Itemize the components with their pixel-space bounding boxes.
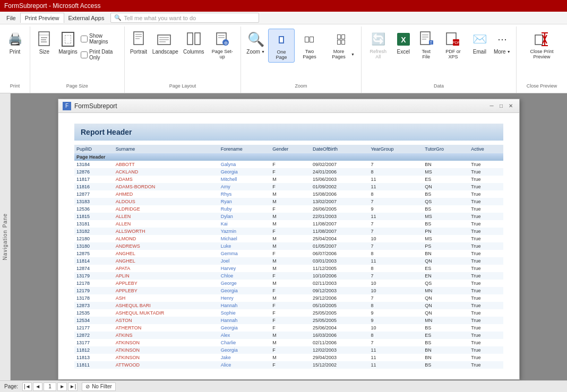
svg-rect-31: [535, 35, 543, 45]
next-page-button[interactable]: ►: [57, 382, 67, 391]
col-active: Active: [469, 145, 503, 153]
table-row: 12534ASTONHannahF25/05/20059MNTrue: [74, 317, 503, 324]
table-row: 13178ASHHenryM29/12/20067QNTrue: [74, 294, 503, 302]
col-dob: DateOfBirth: [311, 145, 369, 153]
excel-button[interactable]: X Excel: [393, 29, 414, 57]
two-pages-button[interactable]: Two Pages: [296, 29, 323, 62]
prev-page-button[interactable]: ◄: [33, 382, 42, 391]
table-row: 12873ASHEQUL BARIHannahF05/10/20058QNTru…: [74, 302, 503, 309]
svg-rect-23: [422, 34, 428, 36]
svg-rect-2: [41, 37, 47, 38]
data-group-label: Data: [434, 81, 444, 91]
show-margins-checkbox[interactable]: Show Margins: [81, 32, 121, 46]
menu-external-apps[interactable]: External Apps: [64, 13, 109, 23]
close-print-preview-button[interactable]: Close Print Preview: [520, 29, 564, 62]
ribbon-group-data: 🔄 Refresh All X Excel: [362, 27, 517, 93]
more-data-icon: ⋯: [494, 31, 511, 48]
svg-rect-25: [422, 39, 426, 40]
columns-button[interactable]: Columns: [181, 29, 206, 57]
svg-rect-6: [135, 34, 142, 35]
last-page-button[interactable]: ►|: [68, 382, 78, 391]
ribbon-group-print: 🖨️ Print Print: [0, 27, 30, 93]
excel-icon: X: [395, 31, 412, 48]
column-header-row: PupilID Surname Forename Gender DateOfBi…: [74, 145, 503, 153]
report-window: F FormSubreport ─ □ ✕ Report Header Pupi…: [58, 99, 520, 380]
table-row: 11815ALLENDylanM22/01/200311MSTrue: [74, 213, 503, 220]
portrait-icon: [130, 31, 147, 48]
table-row: 11812ATKINSONGeorgiaF12/02/200311BNTrue: [74, 346, 503, 354]
svg-text:X: X: [401, 36, 406, 44]
first-page-button[interactable]: |◄: [22, 382, 32, 391]
more-pages-icon: [332, 31, 349, 48]
margins-button[interactable]: Margins: [56, 29, 80, 57]
show-margins-input[interactable]: [81, 36, 88, 42]
svg-rect-17: [218, 37, 225, 38]
more-pages-arrow: ▼: [351, 53, 355, 56]
pdf-icon: PDF: [444, 31, 461, 48]
navigation-pane[interactable]: Navigation Pane: [0, 93, 11, 380]
zoom-group-label: Zoom: [295, 81, 307, 91]
table-row: 12179APPLEBYGeorgiaF09/12/200310MNTrue: [74, 287, 503, 294]
report-table: PupilID Surname Forename Gender DateOfBi…: [74, 145, 503, 369]
no-filter-label: No Filter: [92, 384, 112, 389]
maximize-button[interactable]: □: [497, 102, 505, 110]
columns-icon: [185, 31, 202, 48]
email-button[interactable]: ✉️ Email: [469, 29, 490, 57]
table-row: 13179APLINChloeF10/10/20067ENTrue: [74, 272, 503, 280]
page-size-group-label: Page Size: [66, 81, 88, 91]
print-button[interactable]: 🖨️ Print: [3, 29, 27, 57]
size-icon: [36, 31, 53, 48]
ribbon-buttons-page-size: Size Margins Show Margins Print Data Onl…: [33, 29, 121, 62]
print-data-only-input[interactable]: [81, 51, 88, 58]
more-pages-button[interactable]: More Pages ▼: [324, 29, 358, 62]
close-preview-group-label: Close Preview: [527, 81, 557, 91]
document-area[interactable]: F FormSubreport ─ □ ✕ Report Header Pupi…: [11, 93, 567, 380]
menu-print-preview[interactable]: Print Preview: [20, 13, 64, 23]
menu-file[interactable]: File: [2, 13, 20, 23]
page-setup-button[interactable]: ⚙ Page Set-up: [207, 29, 237, 62]
svg-text:T: T: [430, 41, 433, 45]
zoom-arrow: ▼: [261, 50, 265, 54]
one-page-button[interactable]: One Page: [268, 29, 295, 63]
svg-text:PDF: PDF: [452, 41, 460, 45]
table-row: 12536ALDRIDGERubyF26/06/20059BSTrue: [74, 205, 503, 213]
print-data-only-checkbox[interactable]: Print Data Only: [81, 48, 121, 62]
svg-rect-13: [187, 33, 193, 45]
svg-rect-0: [39, 32, 49, 46]
title-bar: FormSubreport - Microsoft Access: [0, 0, 567, 12]
print-group-label: Print: [10, 81, 20, 91]
window-close-button[interactable]: ✕: [506, 102, 515, 110]
ribbon-buttons-close-preview: Close Print Preview: [520, 29, 564, 62]
svg-rect-16: [218, 35, 225, 36]
print-data-only-label: Print Data Only: [89, 49, 121, 60]
landscape-button[interactable]: Landscape: [150, 29, 180, 57]
text-file-button[interactable]: T Text File: [415, 29, 437, 62]
col-surname: Surname: [114, 145, 219, 153]
col-tutorgro: TutorGro: [423, 145, 469, 153]
ribbon-group-page-layout: Portrait Landscape: [125, 27, 242, 93]
tell-me-bar[interactable]: 🔍 Tell me what you want to do: [110, 13, 259, 23]
minimize-button[interactable]: ─: [487, 102, 496, 110]
close-print-preview-icon: [533, 31, 550, 48]
margins-icon: [59, 31, 76, 48]
col-gender: Gender: [270, 145, 311, 153]
zoom-icon: 🔍: [247, 31, 264, 48]
size-button[interactable]: Size: [33, 29, 55, 57]
page-number-input[interactable]: 1: [44, 382, 56, 391]
print-icon: 🖨️: [6, 31, 23, 48]
svg-rect-22: [420, 32, 430, 45]
svg-rect-12: [159, 41, 166, 42]
page-layout-group-label: Page Layout: [169, 81, 196, 91]
portrait-button[interactable]: Portrait: [128, 29, 150, 57]
zoom-button[interactable]: 🔍 Zoom ▼: [244, 29, 267, 57]
more-data-button[interactable]: ⋯ More ▼: [492, 29, 513, 57]
table-row: 11814ANGHELJoelM03/01/200311QNTrue: [74, 257, 503, 265]
page-nav-controls: |◄ ◄ 1 ► ►|: [22, 382, 78, 391]
table-row: 11817ADAMSMitchellM15/06/200311ESTrue: [74, 176, 503, 183]
table-row: 12535ASHEQUL MUKTADIRSophieF25/05/20059Q…: [74, 309, 503, 317]
more-data-arrow: ▼: [507, 50, 511, 54]
pdf-xps-button[interactable]: PDF PDF or XPS: [439, 29, 468, 62]
no-filter-indicator[interactable]: ⊘ No Filter: [82, 382, 116, 391]
window-icon: F: [63, 102, 71, 110]
ribbon-buttons-print: 🖨️ Print: [3, 29, 27, 57]
